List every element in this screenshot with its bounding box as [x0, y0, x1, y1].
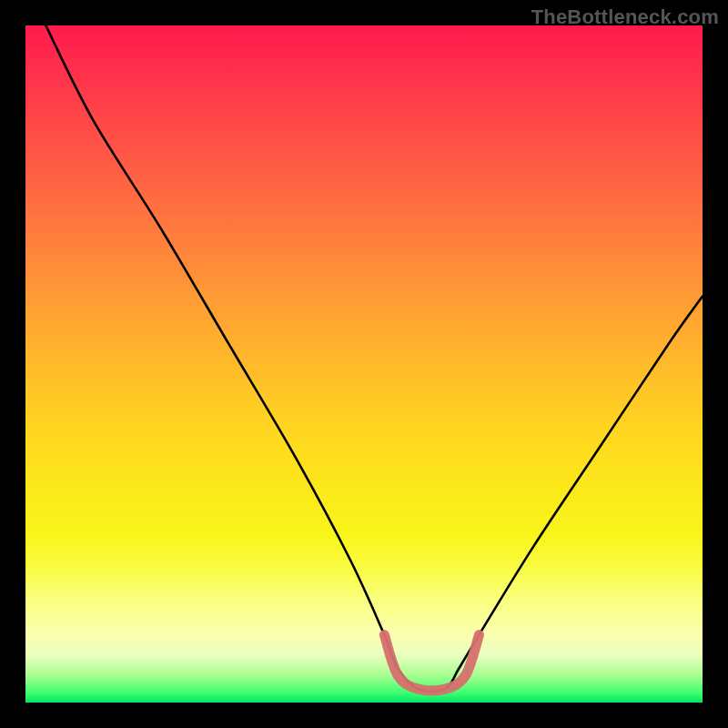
- plot-area: [25, 25, 703, 703]
- watermark: TheBottleneck.com: [531, 5, 719, 29]
- bottleneck-curve: [46, 25, 703, 692]
- bottleneck-curve-svg: [25, 25, 703, 703]
- trough-band: [384, 635, 479, 691]
